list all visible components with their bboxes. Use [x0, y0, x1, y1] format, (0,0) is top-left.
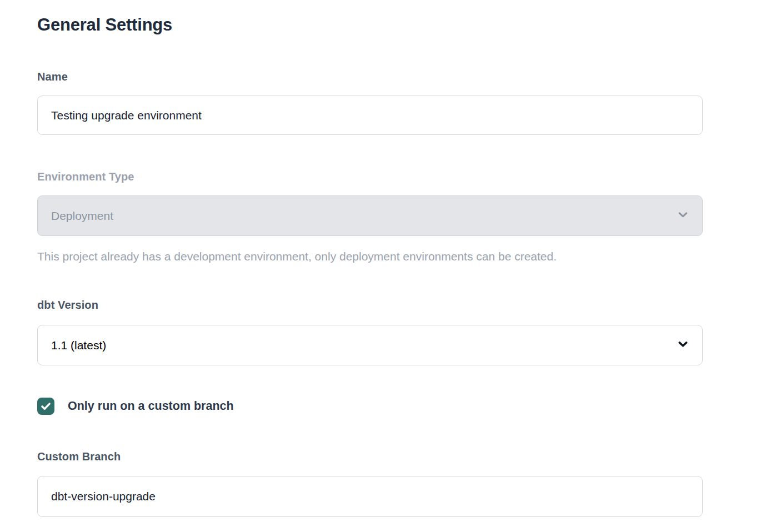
custom-branch-label: Custom Branch — [37, 450, 703, 463]
custom-branch-input[interactable] — [37, 476, 703, 517]
environment-type-field-group: Environment Type Deployment This project… — [37, 170, 703, 263]
dbt-version-select[interactable]: 1.1 (latest) — [37, 325, 703, 365]
name-label: Name — [37, 71, 703, 83]
name-input[interactable] — [37, 96, 703, 135]
general-settings-page: General Settings Name Environment Type D… — [0, 0, 781, 517]
custom-branch-field-group: Custom Branch — [37, 450, 703, 517]
dbt-version-value: 1.1 (latest) — [51, 339, 106, 352]
environment-type-label: Environment Type — [37, 170, 703, 183]
name-field-group: Name — [37, 71, 703, 135]
dbt-version-field-group: dbt Version 1.1 (latest) — [37, 299, 703, 365]
page-title: General Settings — [37, 14, 703, 35]
environment-type-select: Deployment — [37, 195, 703, 236]
environment-type-value: Deployment — [51, 209, 113, 223]
checkmark-icon — [40, 400, 52, 412]
custom-branch-toggle-row: Only run on a custom branch — [37, 398, 703, 415]
chevron-down-icon — [676, 337, 690, 354]
dbt-version-label: dbt Version — [37, 299, 703, 312]
chevron-down-icon — [676, 208, 690, 224]
environment-type-helper-text: This project already has a development e… — [37, 250, 703, 263]
custom-branch-checkbox-label: Only run on a custom branch — [68, 399, 234, 413]
custom-branch-checkbox[interactable] — [37, 398, 54, 415]
